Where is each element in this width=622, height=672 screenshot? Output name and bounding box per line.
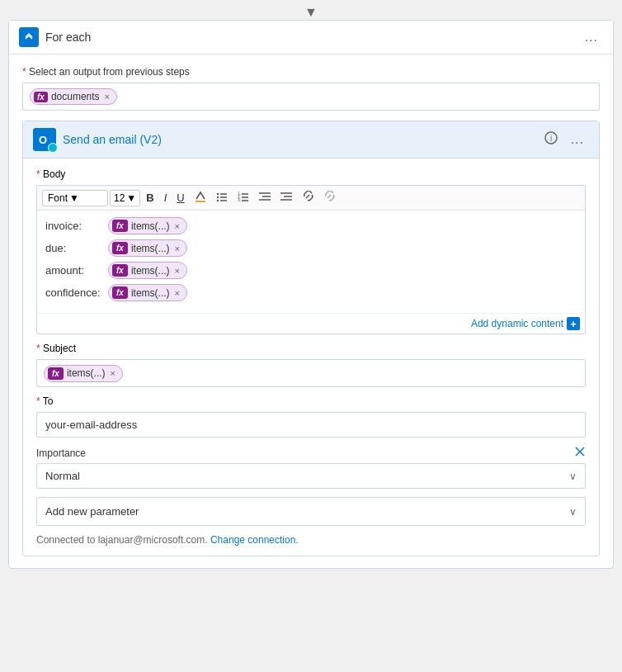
to-field: * To — [36, 395, 586, 438]
invoice-token-close[interactable]: × — [175, 221, 180, 231]
email-ellipsis-button[interactable]: ... — [566, 130, 589, 149]
body-row-amount: amount: fx items(...) × — [45, 262, 577, 279]
email-card: O Send an email (V2) i ... — [22, 121, 600, 556]
email-header-actions: i ... — [544, 130, 589, 149]
invoice-token: fx items(...) × — [108, 217, 187, 234]
confidence-token-text: items(...) — [131, 287, 170, 299]
for-each-ellipsis-button[interactable]: ... — [580, 28, 603, 46]
svg-text:O: O — [39, 134, 47, 146]
invoice-label: invoice: — [45, 220, 103, 232]
amount-token-text: items(...) — [131, 265, 170, 277]
size-label: 12 — [114, 192, 125, 204]
add-parameter-dropdown[interactable]: Add new parameter ∨ — [36, 497, 586, 526]
subject-asterisk: * — [36, 343, 40, 354]
svg-text:3.: 3. — [238, 197, 241, 202]
select-output-input[interactable]: fx documents × — [22, 83, 600, 111]
add-dynamic-label: Add dynamic content — [471, 318, 563, 329]
email-card-body: * Body Font ▼ 12 ▼ — [23, 159, 599, 556]
importance-label: Importance — [36, 447, 86, 459]
svg-point-6 — [216, 193, 218, 195]
body-field: * Body Font ▼ 12 ▼ — [36, 168, 586, 334]
link-button[interactable] — [298, 189, 318, 206]
due-token-close[interactable]: × — [175, 244, 180, 253]
email-card-header: O Send an email (V2) i ... — [23, 121, 599, 159]
indent-button[interactable] — [276, 189, 296, 206]
documents-token-label: documents — [51, 91, 100, 102]
confidence-fx-icon: fx — [112, 286, 128, 299]
for-each-container: For each ... * Select an output from pre… — [8, 20, 614, 569]
subject-token-text: items(...) — [67, 367, 106, 379]
outlook-icon: O — [33, 128, 56, 151]
select-output-text: Select an output from previous steps — [29, 66, 190, 78]
add-parameter-label: Add new parameter — [45, 505, 139, 518]
documents-fx-icon: fx — [34, 92, 48, 102]
invoice-token-text: items(...) — [131, 220, 170, 232]
email-info-button[interactable]: i — [544, 131, 558, 148]
body-label: * Body — [36, 168, 586, 180]
subject-label-text: Subject — [43, 343, 76, 354]
due-token-text: items(...) — [131, 243, 170, 254]
confidence-token: fx items(...) × — [108, 284, 187, 301]
importance-close-button[interactable] — [574, 446, 586, 460]
add-dynamic-button[interactable]: Add dynamic content + — [471, 317, 580, 330]
due-token: fx items(...) × — [108, 239, 187, 257]
svg-point-7 — [216, 196, 218, 198]
add-dynamic-section: Add dynamic content + — [37, 313, 585, 334]
unlink-button[interactable] — [319, 189, 339, 206]
outdent-button[interactable] — [255, 189, 275, 206]
add-dynamic-plus-icon: + — [567, 317, 580, 330]
documents-token: fx documents × — [30, 88, 117, 105]
ordered-list-button[interactable]: 1.2.3. — [233, 189, 253, 206]
body-row-confidence: confidence: fx items(...) × — [45, 284, 577, 301]
svg-text:i: i — [550, 134, 552, 143]
subject-token-close[interactable]: × — [111, 368, 115, 378]
select-output-label: * Select an output from previous steps — [22, 66, 600, 78]
subject-field: * Subject fx items(...) × — [36, 343, 586, 387]
connector-arrow: ▼ — [0, 0, 622, 20]
subject-label: * Subject — [36, 343, 586, 354]
to-label-text: To — [43, 395, 54, 407]
invoice-fx-icon: fx — [112, 220, 128, 232]
due-label: due: — [45, 242, 103, 254]
amount-token-close[interactable]: × — [175, 266, 180, 276]
italic-button[interactable]: I — [160, 190, 172, 206]
importance-select[interactable]: Normal ∨ — [36, 463, 586, 489]
subject-input[interactable]: fx items(...) × — [36, 359, 586, 387]
documents-token-close[interactable]: × — [105, 92, 110, 102]
for-each-title: For each — [45, 31, 91, 44]
due-fx-icon: fx — [112, 242, 128, 254]
connection-prefix: Connected to lajanuar@microsoft.com. — [36, 534, 208, 546]
body-content[interactable]: invoice: fx items(...) × due: f — [37, 211, 585, 313]
font-dropdown-arrow: ▼ — [69, 192, 79, 204]
for-each-header: For each ... — [9, 21, 613, 54]
importance-field: Importance Normal ∨ — [36, 446, 586, 489]
for-each-body: * Select an output from previous steps f… — [9, 54, 613, 568]
confidence-token-close[interactable]: × — [175, 288, 180, 298]
add-parameter-chevron-icon: ∨ — [569, 506, 577, 518]
subject-token: fx items(...) × — [44, 365, 123, 382]
size-select[interactable]: 12 ▼ — [110, 190, 140, 206]
amount-token: fx items(...) × — [108, 262, 187, 279]
body-asterisk: * — [36, 168, 40, 180]
svg-point-8 — [216, 200, 218, 201]
font-select[interactable]: Font ▼ — [42, 190, 108, 206]
for-each-icon — [19, 27, 39, 47]
highlight-button[interactable] — [191, 189, 210, 206]
size-dropdown-arrow: ▼ — [126, 192, 136, 204]
connection-info: Connected to lajanuar@microsoft.com. Cha… — [36, 534, 586, 546]
to-label: * To — [36, 395, 586, 407]
unordered-list-button[interactable] — [212, 189, 232, 206]
importance-chevron-icon: ∨ — [569, 471, 577, 482]
email-card-title: Send an email (V2) — [63, 133, 162, 146]
to-input[interactable] — [36, 412, 586, 438]
bold-button[interactable]: B — [142, 190, 158, 206]
underline-button[interactable]: U — [172, 190, 188, 206]
email-card-header-left: O Send an email (V2) — [33, 128, 162, 151]
change-connection-link[interactable]: Change connection. — [210, 534, 299, 546]
to-asterisk: * — [36, 395, 40, 407]
subject-fx-icon: fx — [48, 367, 64, 380]
body-editor: Font ▼ 12 ▼ B I U — [36, 185, 586, 334]
body-label-text: Body — [43, 168, 65, 180]
body-toolbar: Font ▼ 12 ▼ B I U — [37, 186, 585, 211]
font-label: Font — [48, 192, 68, 204]
